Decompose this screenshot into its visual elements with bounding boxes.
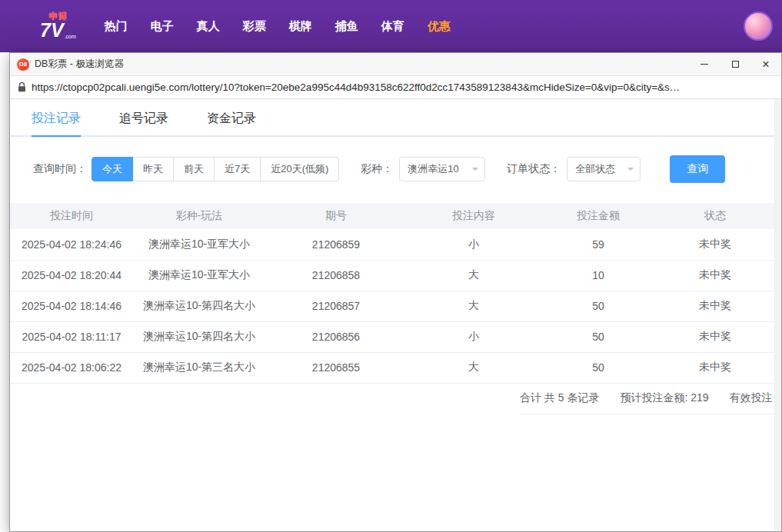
cell-status: 未中奖 — [656, 229, 774, 260]
nav-item-electronic[interactable]: 电子 — [139, 0, 185, 52]
cell-bet-amount: 50 — [541, 291, 656, 321]
cell-lottery-play: 澳洲幸运10-第四名大小 — [133, 291, 265, 321]
cell-bet-content: 小 — [407, 321, 541, 352]
scrollbar[interactable] — [774, 99, 781, 531]
logo-text-main: 7V.com — [40, 21, 76, 40]
browser-app-icon: D8 — [17, 58, 29, 71]
cell-bet-content: 大 — [407, 291, 541, 321]
cell-bet-time: 2025-04-02 18:06:22 — [10, 352, 133, 383]
summary-expected-amount: 预计投注金额: 219 — [620, 391, 708, 405]
nav-item-promo[interactable]: 优惠 — [416, 0, 462, 52]
search-button[interactable]: 查询 — [670, 155, 725, 183]
chevron-down-icon — [627, 168, 634, 174]
nav-item-chess[interactable]: 棋牌 — [278, 0, 324, 52]
user-avatar[interactable] — [744, 12, 773, 41]
col-header-bet-content: 投注内容 — [407, 203, 541, 229]
lock-icon — [18, 82, 26, 92]
col-header-lottery-play: 彩种-玩法 — [133, 203, 265, 229]
order-status-select[interactable]: 全部状态 — [567, 157, 641, 181]
cell-bet-amount: 10 — [541, 260, 656, 291]
time-range-group: 今天 昨天 前天 近7天 近20天(低频) — [92, 157, 339, 181]
site-header: 申博 7V.com 热门 电子 真人 彩票 棋牌 捕鱼 体育 优惠 — [0, 0, 782, 52]
nav-item-sports[interactable]: 体育 — [370, 0, 416, 52]
table-header-row: 投注时间 彩种-玩法 期号 投注内容 投注金额 状态 — [10, 203, 774, 229]
nav-item-lottery[interactable]: 彩票 — [231, 0, 278, 52]
url-text[interactable]: https://ctopcp02pcali.uengi5e.com/lotter… — [32, 81, 680, 93]
cell-lottery-play: 澳洲幸运10-亚军大小 — [133, 260, 265, 291]
nav-item-live[interactable]: 真人 — [185, 0, 231, 52]
table-row: 2025-04-02 18:24:46 澳洲幸运10-亚军大小 21206859… — [10, 229, 774, 260]
cell-issue: 21206859 — [265, 229, 407, 260]
logo-text-sub: .com — [65, 34, 76, 39]
window-controls: × — [689, 53, 781, 76]
maximize-button[interactable] — [720, 53, 750, 76]
cell-status: 未中奖 — [656, 321, 774, 352]
cell-bet-time: 2025-04-02 18:20:44 — [10, 260, 133, 291]
time-today-button[interactable]: 今天 — [92, 157, 133, 181]
cell-bet-content: 大 — [407, 260, 541, 291]
cell-bet-amount: 50 — [541, 352, 656, 383]
minimize-button[interactable] — [689, 53, 720, 76]
cell-status: 未中奖 — [656, 260, 774, 291]
col-header-bet-time: 投注时间 — [10, 203, 133, 229]
close-button[interactable]: × — [750, 53, 781, 76]
page-content: 投注记录 追号记录 资金记录 查询时间： 今天 昨天 前天 近7天 近20天(低… — [10, 99, 781, 531]
browser-window: D8 DB彩票 - 极速浏览器 × https://ctopcp02pcali.… — [9, 52, 782, 532]
col-header-issue: 期号 — [265, 203, 407, 229]
cell-issue: 21206857 — [265, 291, 407, 321]
tab-bet-records[interactable]: 投注记录 — [32, 99, 81, 135]
nav-item-fishing[interactable]: 捕鱼 — [324, 0, 370, 52]
cell-lottery-play: 澳洲幸运10-第四名大小 — [133, 321, 265, 352]
filter-bar: 查询时间： 今天 昨天 前天 近7天 近20天(低频) 彩种： 澳洲幸运10 订… — [10, 155, 781, 183]
address-bar[interactable]: https://ctopcp02pcali.uengi5e.com/lotter… — [10, 76, 781, 99]
cell-bet-content: 大 — [407, 352, 541, 383]
order-status-label: 订单状态： — [507, 162, 561, 176]
table-row: 2025-04-02 18:20:44 澳洲幸运10-亚军大小 21206858… — [10, 260, 774, 291]
main-nav: 热门 电子 真人 彩票 棋牌 捕鱼 体育 优惠 — [93, 0, 462, 52]
time-last20days-button[interactable]: 近20天(低频) — [260, 157, 339, 181]
chevron-down-icon — [472, 168, 478, 174]
cell-issue: 21206856 — [265, 321, 407, 352]
maximize-icon — [732, 61, 739, 68]
cell-lottery-play: 澳洲幸运10-第三名大小 — [133, 352, 265, 383]
tab-chase-records[interactable]: 追号记录 — [119, 99, 168, 135]
cell-lottery-play: 澳洲幸运10-亚军大小 — [133, 229, 265, 260]
table-summary: 合计 共 5 条记录 预计投注金额: 219 有效投注 — [520, 384, 782, 414]
cell-bet-time: 2025-04-02 18:14:46 — [10, 291, 133, 321]
cell-bet-time: 2025-04-02 18:24:46 — [10, 229, 133, 260]
cell-bet-time: 2025-04-02 18:11:17 — [10, 321, 133, 352]
minimize-icon — [700, 64, 708, 65]
summary-total: 合计 共 5 条记录 — [520, 391, 599, 405]
table-row: 2025-04-02 18:14:46 澳洲幸运10-第四名大小 2120685… — [10, 291, 774, 321]
cell-status: 未中奖 — [656, 291, 774, 321]
order-status-value: 全部状态 — [575, 162, 615, 176]
lottery-type-select[interactable]: 澳洲幸运10 — [399, 157, 485, 181]
time-daybefore-button[interactable]: 前天 — [173, 157, 215, 181]
query-time-label: 查询时间： — [33, 162, 87, 176]
window-titlebar[interactable]: D8 DB彩票 - 极速浏览器 × — [10, 53, 781, 76]
time-yesterday-button[interactable]: 昨天 — [132, 157, 174, 181]
cell-bet-amount: 59 — [541, 229, 656, 260]
close-icon: × — [762, 58, 769, 71]
table-row: 2025-04-02 18:06:22 澳洲幸运10-第三名大小 2120685… — [10, 352, 774, 383]
cell-issue: 21206855 — [265, 352, 407, 383]
tab-fund-records[interactable]: 资金记录 — [207, 99, 256, 135]
tab-bar: 投注记录 追号记录 资金记录 — [10, 99, 781, 137]
lottery-type-label: 彩种： — [361, 162, 393, 176]
cell-bet-amount: 50 — [541, 321, 656, 352]
table-row: 2025-04-02 18:11:17 澳洲幸运10-第四名大小 2120685… — [10, 321, 774, 352]
cell-status: 未中奖 — [656, 352, 774, 383]
cell-bet-content: 小 — [407, 229, 541, 260]
time-last7days-button[interactable]: 近7天 — [214, 157, 261, 181]
nav-item-hot[interactable]: 热门 — [93, 0, 139, 52]
cell-issue: 21206858 — [265, 260, 407, 291]
lottery-type-value: 澳洲幸运10 — [408, 162, 458, 176]
site-logo[interactable]: 申博 7V.com — [40, 12, 76, 40]
summary-valid-bet: 有效投注 — [730, 391, 773, 405]
bet-records-table: 投注时间 彩种-玩法 期号 投注内容 投注金额 状态 2025-04-02 18… — [10, 203, 774, 384]
col-header-bet-amount: 投注金额 — [541, 203, 656, 229]
window-title: DB彩票 - 极速浏览器 — [35, 58, 124, 71]
col-header-status: 状态 — [656, 203, 774, 229]
